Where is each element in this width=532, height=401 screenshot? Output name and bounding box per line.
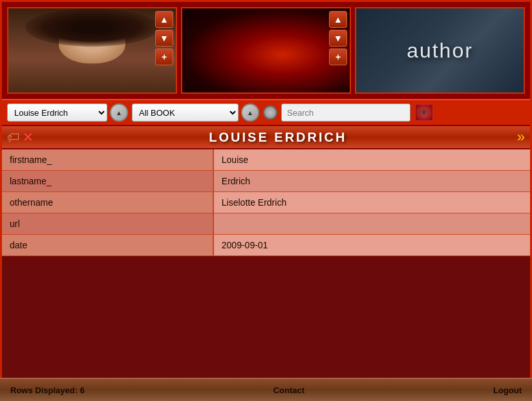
dark-controls: ▲ ▼ + bbox=[329, 11, 347, 65]
field-url: url bbox=[2, 213, 213, 235]
portrait-photo bbox=[8, 8, 176, 92]
toolbar: Louise Erdrich ▲ All BOOK ▲ 👁 bbox=[2, 99, 530, 126]
table-row: date 2009-09-01 bbox=[2, 235, 530, 256]
author-panel: author bbox=[355, 7, 525, 94]
portrait-down-btn[interactable]: ▼ bbox=[155, 30, 173, 47]
table-row: firstname_ Louise bbox=[2, 149, 530, 171]
value-url bbox=[213, 213, 530, 235]
rows-displayed: Rows Displayed: 6 bbox=[10, 385, 85, 395]
name-search-btn[interactable]: ▲ bbox=[110, 103, 128, 122]
table-row: lastname_ Erdrich bbox=[2, 171, 530, 192]
data-table: firstname_ Louise lastname_ Erdrich othe… bbox=[2, 149, 530, 256]
dark-down-btn[interactable]: ▼ bbox=[329, 30, 347, 47]
field-date: date bbox=[2, 235, 213, 256]
eye-btn[interactable]: 👁 bbox=[414, 103, 434, 122]
dark-glow bbox=[182, 8, 350, 92]
table-row: url bbox=[2, 213, 530, 235]
record-title: LOUISE ERDRICH bbox=[39, 130, 517, 145]
data-tbody: firstname_ Louise lastname_ Erdrich othe… bbox=[2, 149, 530, 256]
portrait-panel: ▲ ▼ + bbox=[7, 7, 177, 94]
close-btn[interactable]: ✕ bbox=[23, 129, 34, 145]
book-dropdown-wrapper: All BOOK ▲ bbox=[132, 103, 259, 122]
name-dropdown-wrapper: Louise Erdrich ▲ bbox=[7, 103, 128, 122]
portrait-up-btn[interactable]: ▲ bbox=[155, 11, 173, 28]
field-firstname: firstname_ bbox=[2, 149, 213, 171]
dark-up-btn[interactable]: ▲ bbox=[329, 11, 347, 28]
stop-btn[interactable] bbox=[263, 105, 277, 120]
tag-icon[interactable]: 🏷 bbox=[7, 130, 20, 145]
name-dropdown[interactable]: Louise Erdrich bbox=[7, 103, 107, 122]
record-header: 🏷 ✕ LOUISE ERDRICH » bbox=[2, 126, 530, 149]
portrait-controls: ▲ ▼ + bbox=[155, 11, 173, 65]
footer: Rows Displayed: 6 Contact Logout bbox=[0, 378, 532, 401]
field-lastname: lastname_ bbox=[2, 171, 213, 192]
main-content: firstname_ Louise lastname_ Erdrich othe… bbox=[2, 149, 530, 380]
value-date: 2009-09-01 bbox=[213, 235, 530, 256]
author-label-text: author bbox=[407, 39, 473, 63]
author-label-container: author bbox=[356, 8, 524, 92]
logout-link[interactable]: Logout bbox=[493, 385, 522, 395]
forward-btn[interactable]: » bbox=[517, 129, 525, 146]
top-panels: ▲ ▼ + ▲ ▼ + author bbox=[2, 2, 530, 99]
table-row: othername Liselotte Erdrich bbox=[2, 192, 530, 213]
portrait-image bbox=[8, 8, 176, 92]
portrait-add-btn[interactable]: + bbox=[155, 49, 173, 65]
dark-add-btn[interactable]: + bbox=[329, 49, 347, 65]
value-othername: Liselotte Erdrich bbox=[213, 192, 530, 213]
field-othername: othername bbox=[2, 192, 213, 213]
search-input[interactable] bbox=[281, 103, 410, 122]
value-lastname: Erdrich bbox=[213, 171, 530, 192]
dark-panel: ▲ ▼ + bbox=[181, 7, 351, 94]
contact-link[interactable]: Contact bbox=[273, 385, 304, 395]
book-dropdown[interactable]: All BOOK bbox=[132, 103, 239, 122]
value-firstname: Louise bbox=[213, 149, 530, 171]
book-search-btn[interactable]: ▲ bbox=[241, 103, 259, 122]
